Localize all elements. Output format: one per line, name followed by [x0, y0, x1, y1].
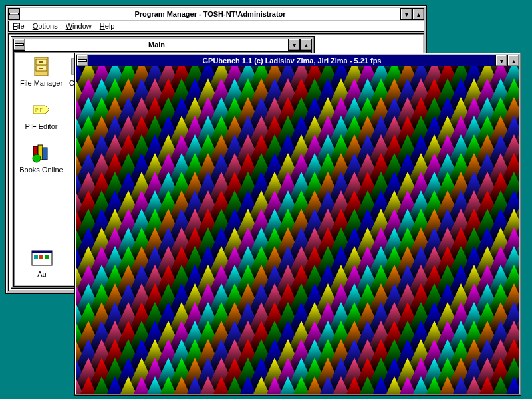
minimize-button[interactable]: ▾ — [495, 55, 507, 66]
pif-tag-icon: PIF — [31, 99, 52, 120]
maximize-button[interactable]: ▴ — [300, 39, 312, 51]
file-manager-icon[interactable]: File Manager — [18, 56, 65, 87]
file-cabinet-icon — [31, 56, 52, 77]
svg-rect-14 — [34, 255, 38, 259]
icon-label: PIF Editor — [25, 122, 58, 130]
system-menu-button[interactable] — [13, 39, 25, 51]
svg-point-11 — [33, 154, 41, 162]
menu-help[interactable]: Help — [100, 22, 115, 30]
program-group-icon — [31, 247, 53, 268]
gpubench-title: GPUbench 1.1 (c) Ladislav Zima, Jiri Zim… — [88, 55, 495, 66]
icon-label: C — [68, 79, 74, 87]
program-manager-title: Program Manager - TOSH-NT\Administrator — [20, 8, 400, 20]
minimize-button[interactable]: ▾ — [400, 8, 412, 20]
menu-options[interactable]: Options — [33, 22, 58, 30]
system-menu-button[interactable] — [8, 8, 20, 20]
gpubench-render-area — [76, 66, 519, 394]
svg-rect-15 — [39, 255, 43, 259]
svg-rect-16 — [45, 255, 49, 259]
maximize-button[interactable]: ▴ — [507, 55, 519, 66]
gpubench-titlebar[interactable]: GPUbench 1.1 (c) Ladislav Zima, Jiri Zim… — [76, 55, 519, 66]
program-manager-titlebar[interactable]: Program Manager - TOSH-NT\Administrator … — [8, 8, 424, 20]
main-group-titlebar[interactable]: Main ▾ ▴ — [13, 39, 312, 51]
svg-rect-10 — [43, 148, 47, 160]
svg-rect-13 — [32, 251, 52, 253]
icon-label: File Manager — [20, 79, 63, 87]
autostart-group-icon[interactable]: Au — [22, 247, 62, 278]
icon-label: Books Online — [19, 166, 63, 174]
books-icon — [31, 142, 52, 164]
svg-rect-3 — [39, 61, 43, 63]
menu-file[interactable]: File — [13, 22, 25, 30]
svg-rect-4 — [39, 68, 43, 69]
svg-text:PIF: PIF — [35, 108, 43, 112]
books-online-icon[interactable]: Books Online — [18, 142, 65, 174]
system-menu-button[interactable] — [76, 55, 88, 66]
icon-label: Au — [37, 270, 46, 278]
maximize-button[interactable]: ▴ — [412, 8, 424, 20]
menu-window[interactable]: Window — [66, 22, 92, 30]
main-group-title: Main — [25, 39, 288, 51]
gpubench-window: GPUbench 1.1 (c) Ladislav Zima, Jiri Zim… — [74, 53, 521, 396]
menu-bar: File Options Window Help — [8, 21, 424, 32]
pif-editor-icon[interactable]: PIF PIF Editor — [18, 99, 65, 130]
minimize-button[interactable]: ▾ — [288, 39, 300, 51]
